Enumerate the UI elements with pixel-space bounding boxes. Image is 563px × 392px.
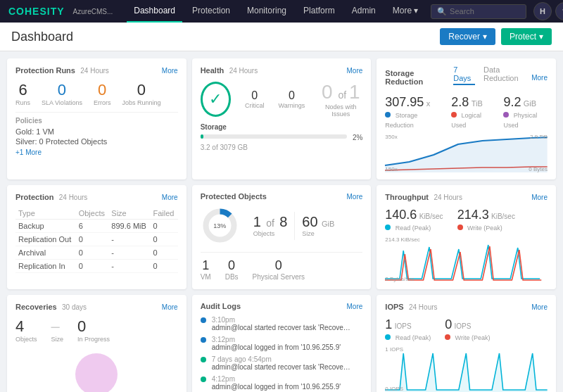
card-title: Health xyxy=(201,66,224,75)
audit-message: admin@local logged in from '10.96.255.9' xyxy=(212,383,341,391)
storage-progress-fill xyxy=(201,134,203,139)
ratio-dot xyxy=(385,112,391,118)
warnings-value: 0 xyxy=(279,89,305,102)
jobs-value: 0 xyxy=(122,81,160,99)
table-row: Replication Out 0 - 0 xyxy=(15,233,178,246)
audit-time: 3:12pm xyxy=(212,336,341,343)
user-icon-btn[interactable]: H xyxy=(533,2,552,20)
protect-button[interactable]: Protect ▾ xyxy=(501,28,552,45)
audit-dot xyxy=(201,377,206,382)
ratio-unit: x xyxy=(426,99,431,108)
po-size-stat: 60 GiB Size xyxy=(302,214,334,237)
recoveries-card: Recoveries 30 days More 4 Objects – Size… xyxy=(7,295,186,392)
card-header: Protection Runs 24 Hours More xyxy=(15,65,178,75)
health-card: Health 24 Hours More ✓ 0 Critical 0 Warn… xyxy=(192,58,372,179)
top-navigation: COHESITY AzureCMS... Dashboard Protectio… xyxy=(0,0,563,23)
table-row: Archival 0 - 0 xyxy=(15,246,178,260)
audit-time: 3:10pm xyxy=(212,316,353,324)
search-icon: 🔍 xyxy=(437,7,447,16)
warnings-label: Warnings xyxy=(279,102,305,109)
azure-tag: AzureCMS... xyxy=(73,8,113,15)
protected-objects-card: Protected Objects More 13% 1 of xyxy=(192,185,372,289)
card-header: Protected Objects More xyxy=(201,192,363,201)
rec-in-progress: 0 In Progress xyxy=(77,317,110,343)
audit-time: 7 days ago 4:54pm xyxy=(212,355,353,363)
po-physical: 0 Physical Servers xyxy=(253,258,305,281)
more-link[interactable]: More xyxy=(162,303,178,311)
storage-metrics: 307.95 x Storage Reduction 2.8 TiB Logic… xyxy=(385,95,548,129)
iops-write-value: 0 xyxy=(445,317,452,331)
more-link[interactable]: More xyxy=(347,67,363,75)
more-link[interactable]: More xyxy=(531,74,548,82)
po-main: 13% 1 of 8 Objects 60 GiB xyxy=(201,206,363,245)
nodes-label: Nodes with Issues xyxy=(319,103,362,118)
health-stats: 0 Critical 0 Warnings xyxy=(245,89,305,109)
chart-y-bottom: 150x xyxy=(385,166,397,172)
more-link[interactable]: More xyxy=(347,303,363,310)
nodes-value: 0 of 1 xyxy=(319,81,362,103)
chart-y-right-top: 2.9 TiB xyxy=(530,134,548,140)
protection-table-card: Protection 24 Hours More Type Objects Si… xyxy=(7,185,186,289)
nav-platform[interactable]: Platform xyxy=(296,0,342,23)
storage-title: Storage xyxy=(201,123,363,131)
audit-dot xyxy=(201,357,206,362)
header-actions: Recover ▾ Protect ▾ xyxy=(440,28,552,45)
sla-metric: 0 SLA Violations xyxy=(42,81,82,106)
audit-dot xyxy=(201,317,206,323)
po-size-unit: GiB xyxy=(322,220,334,228)
iops-y-bottom: 0 IOPS xyxy=(385,386,403,392)
policy-gold: Gold: 1 VM xyxy=(15,127,178,136)
tab-7days[interactable]: 7 Days xyxy=(453,65,475,85)
page-header: Dashboard Recover ▾ Protect ▾ xyxy=(0,23,563,51)
throughput-chart: 214.3 KiB/sec 0 Bytes/sec xyxy=(385,236,548,282)
card-subtitle: 24 Hours xyxy=(80,67,109,75)
rec-in-progress-value: 0 xyxy=(77,317,110,336)
chart-y-right-bottom: 0 Bytes xyxy=(529,166,548,172)
audit-message: admin@local logged in from '10.96.255.9' xyxy=(212,343,341,351)
read-label: Read (Peak) xyxy=(396,225,431,232)
more-link[interactable]: More xyxy=(162,194,178,201)
nav-monitoring[interactable]: Monitoring xyxy=(240,0,293,23)
search-input[interactable] xyxy=(450,7,520,15)
logical-metric: 2.8 TiB Logical Used xyxy=(451,95,492,129)
po-count-label: Objects xyxy=(253,230,288,237)
help-icon-btn[interactable]: ? xyxy=(555,2,563,20)
card-title: Throughput xyxy=(385,193,429,201)
storage-tabs: 7 Days Data Reduction xyxy=(453,65,531,85)
tab-data-reduction[interactable]: Data Reduction xyxy=(483,65,531,85)
read-unit: KiB/sec xyxy=(419,213,443,220)
iops-read-peak: Read (Peak) xyxy=(396,334,431,341)
iops-metrics: 1 IOPS Read (Peak) 0 IOPS Write (Peak) xyxy=(385,317,548,342)
search-box[interactable]: 🔍 xyxy=(431,4,526,19)
card-subtitle: 30 days xyxy=(62,303,87,311)
nav-more[interactable]: More ▾ xyxy=(386,0,425,23)
col-objects: Objects xyxy=(76,208,109,220)
nav-admin[interactable]: Admin xyxy=(345,0,383,23)
nav-dashboard[interactable]: Dashboard xyxy=(127,0,182,23)
card-header: Audit Logs More xyxy=(201,302,363,310)
po-vm-value: 1 xyxy=(201,258,211,273)
recover-button[interactable]: Recover ▾ xyxy=(440,28,495,45)
list-item: 7 days ago 4:54pm admin@local started re… xyxy=(201,355,363,371)
more-link[interactable]: More xyxy=(162,67,178,75)
iops-svg xyxy=(385,346,548,392)
col-failed: Failed xyxy=(151,208,178,220)
more-link[interactable]: More xyxy=(531,303,548,311)
list-item: 3:10pm admin@local started recover task … xyxy=(201,316,363,331)
chart-y-top: 350x xyxy=(385,134,397,140)
rec-size-dash: – xyxy=(51,317,64,336)
read-dot xyxy=(385,225,391,230)
iops-write-peak: Write (Peak) xyxy=(455,334,491,341)
more-link[interactable]: More xyxy=(531,194,548,201)
more-link[interactable]: More xyxy=(347,193,363,201)
physical-value: 9.2 xyxy=(503,95,521,109)
policy-silver: Silver: 0 Protected Objects xyxy=(15,137,178,146)
runs-label: Runs xyxy=(15,99,30,106)
policies-more-link[interactable]: +1 More xyxy=(15,148,42,156)
audit-message: admin@local started recover task 'Recove… xyxy=(212,324,353,331)
po-vm-label: VM xyxy=(201,273,211,281)
logical-unit: TiB xyxy=(472,99,483,108)
nav-protection[interactable]: Protection xyxy=(185,0,237,23)
health-circle: ✓ xyxy=(201,82,231,117)
storage-reduction-card: Storage Reduction 7 Days Data Reduction … xyxy=(377,58,556,179)
